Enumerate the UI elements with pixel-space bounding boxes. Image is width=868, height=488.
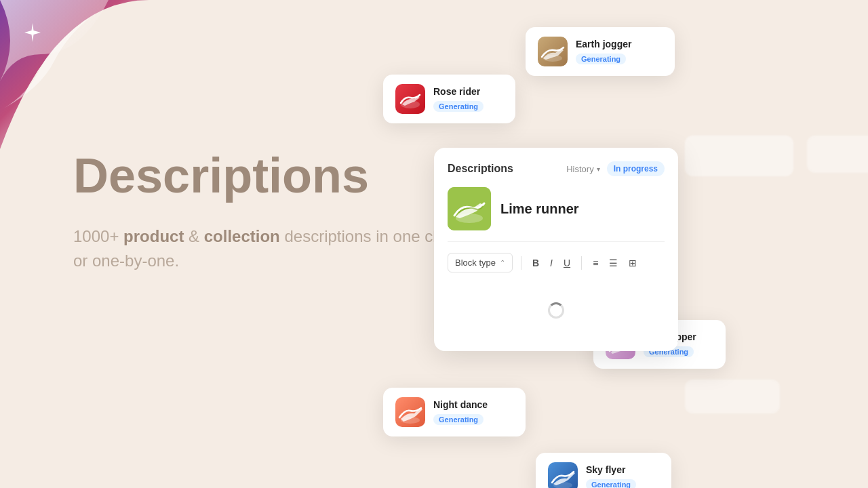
svg-point-4 [401, 417, 420, 424]
rose-rider-card: Rose rider Generating [383, 75, 515, 123]
earth-jogger-status: Generating [576, 54, 626, 64]
earth-jogger-image [538, 37, 568, 66]
panel-title: Descriptions [448, 163, 513, 175]
descriptions-panel[interactable]: Descriptions History ▾ In progress [434, 148, 678, 351]
rose-rider-info: Rose rider Generating [433, 86, 484, 112]
select-chevron-icon: ⌃ [500, 259, 505, 266]
svg-point-1 [543, 55, 562, 62]
product-name: Lime runner [500, 201, 579, 217]
sky-flyer-image [548, 462, 578, 488]
subtitle-text1: 1000+ [73, 227, 123, 245]
earth-jogger-info: Earth jogger Generating [576, 39, 631, 64]
bg-card-1 [685, 136, 793, 176]
block-type-label: Block type [455, 258, 496, 268]
subtitle-bold2: collection [204, 227, 280, 245]
grid-button[interactable]: ⊞ [626, 255, 639, 271]
earth-jogger-card: Earth jogger Generating [526, 27, 675, 76]
bold-icon: B [532, 258, 539, 268]
loading-area [448, 283, 665, 338]
main-title: Descriptions [73, 149, 467, 203]
numbered-list-icon: ☰ [609, 258, 618, 268]
hero-section: Descriptions 1000+ product & collection … [73, 149, 467, 273]
rose-rider-status: Generating [433, 101, 484, 112]
numbered-list-button[interactable]: ☰ [606, 255, 620, 271]
history-button[interactable]: History ▾ [566, 164, 599, 174]
subtitle-text2: & [184, 227, 203, 245]
underline-icon: U [564, 258, 570, 268]
bullet-list-icon: ≡ [593, 258, 598, 268]
bullet-list-button[interactable]: ≡ [590, 255, 601, 271]
loading-spinner [548, 302, 564, 319]
bold-button[interactable]: B [530, 255, 542, 271]
toolbar-divider-2 [581, 256, 582, 270]
svg-point-3 [456, 214, 483, 223]
panel-header: Descriptions History ▾ In progress [448, 161, 665, 176]
bg-card-2 [807, 136, 868, 173]
sky-flyer-name: Sky flyer [586, 464, 636, 475]
rose-rider-image [395, 84, 425, 114]
night-dance-status: Generating [433, 414, 484, 425]
italic-icon: I [550, 258, 553, 268]
night-dance-card: Night dance Generating [383, 388, 526, 436]
cards-area: Rose rider Generating Earth jogger Gener… [393, 0, 868, 488]
status-badge: In progress [607, 161, 665, 176]
italic-button[interactable]: I [547, 255, 555, 271]
night-dance-image [395, 397, 425, 427]
sky-flyer-card: Sky flyer Generating [536, 453, 671, 488]
rose-rider-name: Rose rider [433, 86, 484, 97]
bg-card-3 [685, 380, 780, 413]
history-label: History [566, 164, 593, 174]
night-dance-info: Night dance Generating [433, 399, 488, 425]
night-dance-name: Night dance [433, 399, 488, 410]
star-icon [22, 22, 43, 48]
block-type-select[interactable]: Block type ⌃ [448, 253, 513, 272]
sky-flyer-info: Sky flyer Generating [586, 464, 636, 488]
chevron-down-icon: ▾ [597, 165, 600, 173]
product-row: Lime runner [448, 187, 665, 242]
product-image [448, 187, 491, 230]
earth-jogger-name: Earth jogger [576, 39, 631, 49]
toolbar: Block type ⌃ B I U ≡ ☰ ⊞ [448, 253, 665, 272]
subtitle: 1000+ product & collection descriptions … [73, 224, 467, 273]
sky-flyer-status: Generating [586, 479, 636, 488]
grid-icon: ⊞ [629, 258, 637, 268]
subtitle-bold1: product [123, 227, 184, 245]
underline-button[interactable]: U [561, 255, 573, 271]
toolbar-divider [521, 256, 521, 270]
